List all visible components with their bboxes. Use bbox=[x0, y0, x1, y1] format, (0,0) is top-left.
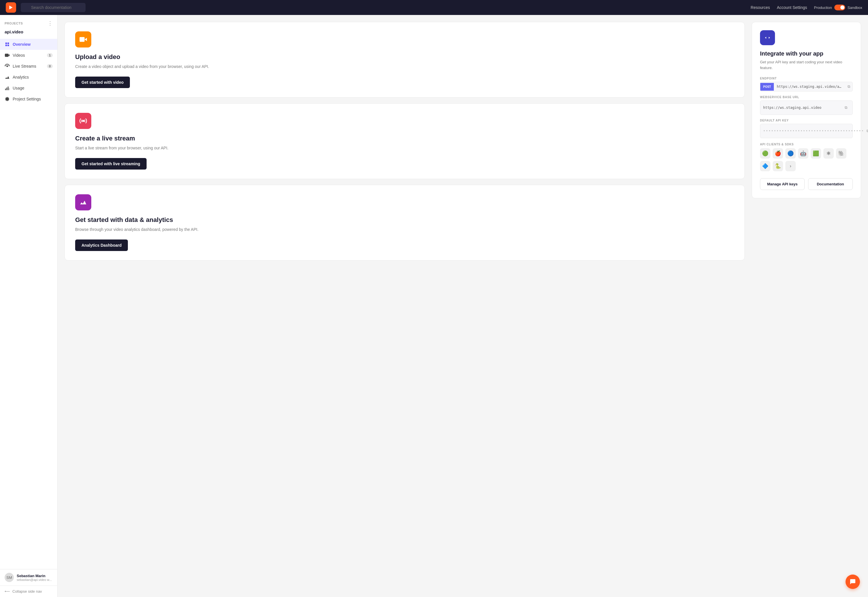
analytics-card: Get started with data & analytics Browse… bbox=[64, 185, 745, 260]
videos-icon bbox=[4, 53, 10, 58]
collapse-nav-label: Collapse side nav bbox=[12, 589, 42, 594]
main-layout: PROJECTS ⋮ api.video Overview Videos 1 L… bbox=[0, 15, 868, 597]
sidebar-item-usage[interactable]: Usage bbox=[0, 83, 57, 94]
sdk-php[interactable]: 🐘 bbox=[836, 148, 846, 159]
videos-badge: 1 bbox=[47, 53, 53, 57]
search-input[interactable] bbox=[21, 3, 86, 12]
project-name: api.video bbox=[0, 29, 57, 39]
svg-rect-0 bbox=[5, 54, 9, 57]
top-navigation: 🔍 Resources Account Settings Production … bbox=[0, 0, 868, 15]
collapse-nav-button[interactable]: ⟵ Collapse side nav bbox=[0, 585, 57, 597]
endpoint-url: https://ws.staging.api.video/auth/api-ke… bbox=[774, 82, 845, 91]
nav-links: Resources Account Settings Production Sa… bbox=[751, 4, 862, 10]
video-card: Upload a video Create a video object and… bbox=[64, 22, 745, 98]
svg-rect-5 bbox=[9, 88, 9, 90]
usage-icon bbox=[4, 86, 10, 91]
documentation-button[interactable]: Documentation bbox=[808, 178, 853, 190]
webservice-url: https://ws.staging.api.video bbox=[763, 105, 842, 110]
search-wrapper: 🔍 bbox=[21, 3, 193, 12]
endpoint-row: POST https://ws.staging.api.video/auth/a… bbox=[760, 82, 853, 92]
logo[interactable] bbox=[6, 2, 16, 13]
sdk-python[interactable]: 🐍 bbox=[773, 161, 783, 171]
env-production-label: Production bbox=[814, 6, 832, 10]
sdk-android[interactable]: 🤖 bbox=[798, 148, 809, 159]
resources-link[interactable]: Resources bbox=[751, 5, 770, 10]
user-name: Sebastian Marin bbox=[17, 574, 52, 578]
sidebar-item-overview[interactable]: Overview bbox=[0, 39, 57, 50]
live-stream-card-desc: Start a live stream from your browser, u… bbox=[75, 145, 734, 151]
video-card-desc: Create a video object and upload a video… bbox=[75, 64, 734, 70]
sidebar-item-usage-label: Usage bbox=[13, 86, 24, 91]
copy-webservice-button[interactable]: ⧉ bbox=[842, 103, 850, 112]
manage-api-keys-button[interactable]: Manage API keys bbox=[760, 178, 805, 190]
sdk-swift[interactable]: 🍎 bbox=[773, 148, 783, 159]
live-stream-card-title: Create a live stream bbox=[75, 135, 734, 142]
svg-point-7 bbox=[82, 120, 85, 122]
svg-rect-3 bbox=[6, 88, 7, 90]
analytics-card-desc: Browse through your video analytics dash… bbox=[75, 227, 734, 233]
api-key-label: DEFAULT API KEY bbox=[760, 119, 853, 122]
projects-label: PROJECTS bbox=[4, 22, 23, 25]
cards-column: Upload a video Create a video object and… bbox=[64, 22, 745, 590]
env-toggle: Production Sandbox bbox=[814, 4, 862, 10]
get-started-video-button[interactable]: Get started with video bbox=[75, 77, 130, 88]
sdk-csharp[interactable]: 🔷 bbox=[760, 161, 770, 171]
env-sandbox-label: Sandbox bbox=[847, 6, 862, 10]
user-email: sebastian@api.video w... bbox=[17, 578, 52, 581]
avatar: SM bbox=[4, 573, 14, 582]
live-stream-card-icon bbox=[75, 113, 91, 129]
video-card-title: Upload a video bbox=[75, 53, 734, 61]
integrate-card: Integrate with your app Get your API key… bbox=[752, 22, 861, 198]
copy-endpoint-button[interactable]: ⧉ bbox=[845, 82, 852, 91]
svg-rect-6 bbox=[79, 37, 85, 42]
content-area: Upload a video Create a video object and… bbox=[58, 15, 868, 597]
sdk-golang[interactable]: 🔵 bbox=[785, 148, 796, 159]
copy-api-key-button[interactable]: ⧉ bbox=[864, 126, 868, 135]
sidebar: PROJECTS ⋮ api.video Overview Videos 1 L… bbox=[0, 15, 58, 597]
live-streams-icon bbox=[4, 64, 10, 69]
sdks-section: API CLIENTS & SDKS 🟢 🍎 🔵 🤖 🟩 ⚛ 🐘 🔷 🐍 › bbox=[760, 143, 853, 171]
user-info: Sebastian Marin sebastian@api.video w... bbox=[17, 574, 52, 581]
live-streams-badge: 0 bbox=[47, 64, 53, 68]
sdk-nuxt[interactable]: 🟩 bbox=[811, 148, 821, 159]
sidebar-item-project-settings[interactable]: Project Settings bbox=[0, 94, 57, 104]
api-key-masked: •••••••••••••••••••••••••••••••••••••• bbox=[763, 129, 864, 133]
sdks-label: API CLIENTS & SDKS bbox=[760, 143, 853, 146]
user-profile[interactable]: SM Sebastian Marin sebastian@api.video w… bbox=[0, 569, 57, 585]
projects-menu-icon[interactable]: ⋮ bbox=[48, 21, 53, 26]
post-badge: POST bbox=[760, 83, 774, 91]
integrate-icon bbox=[760, 30, 775, 45]
sidebar-item-analytics-label: Analytics bbox=[13, 75, 29, 79]
sdk-react[interactable]: ⚛ bbox=[823, 148, 834, 159]
webservice-url-field: https://ws.staging.api.video ⧉ bbox=[760, 101, 853, 115]
project-settings-icon bbox=[4, 97, 10, 102]
projects-section: PROJECTS ⋮ bbox=[0, 21, 57, 29]
sidebar-item-live-streams-label: Live Streams bbox=[13, 64, 36, 68]
get-started-live-button[interactable]: Get started with live streaming bbox=[75, 158, 147, 169]
env-toggle-switch[interactable] bbox=[834, 4, 845, 10]
right-panel: Integrate with your app Get your API key… bbox=[752, 22, 861, 590]
sidebar-item-project-settings-label: Project Settings bbox=[13, 97, 41, 101]
analytics-dashboard-button[interactable]: Analytics Dashboard bbox=[75, 239, 128, 251]
sidebar-item-live-streams[interactable]: Live Streams 0 bbox=[0, 61, 57, 72]
api-key-field: •••••••••••••••••••••••••••••••••••••• ⧉ bbox=[760, 124, 853, 138]
integrate-desc: Get your API key and start coding your n… bbox=[760, 59, 853, 71]
analytics-card-title: Get started with data & analytics bbox=[75, 216, 734, 224]
analytics-card-icon bbox=[75, 194, 91, 211]
svg-rect-2 bbox=[5, 89, 6, 90]
sidebar-item-analytics[interactable]: Analytics bbox=[0, 72, 57, 83]
svg-rect-4 bbox=[8, 87, 9, 91]
live-stream-card: Create a live stream Start a live stream… bbox=[64, 103, 745, 179]
chat-bubble[interactable] bbox=[846, 575, 860, 589]
integrate-title: Integrate with your app bbox=[760, 50, 853, 57]
sidebar-item-videos-label: Videos bbox=[13, 53, 25, 58]
sdk-more-button[interactable]: › bbox=[785, 161, 796, 171]
collapse-nav-icon: ⟵ bbox=[4, 589, 10, 594]
webservice-label: WEBSERVICE BASE URL bbox=[760, 95, 853, 99]
integrate-actions: Manage API keys Documentation bbox=[760, 178, 853, 190]
analytics-icon bbox=[4, 74, 10, 80]
sdk-nodejs[interactable]: 🟢 bbox=[760, 148, 770, 159]
sidebar-item-videos[interactable]: Videos 1 bbox=[0, 50, 57, 61]
account-settings-link[interactable]: Account Settings bbox=[777, 5, 807, 10]
overview-icon bbox=[4, 42, 10, 47]
